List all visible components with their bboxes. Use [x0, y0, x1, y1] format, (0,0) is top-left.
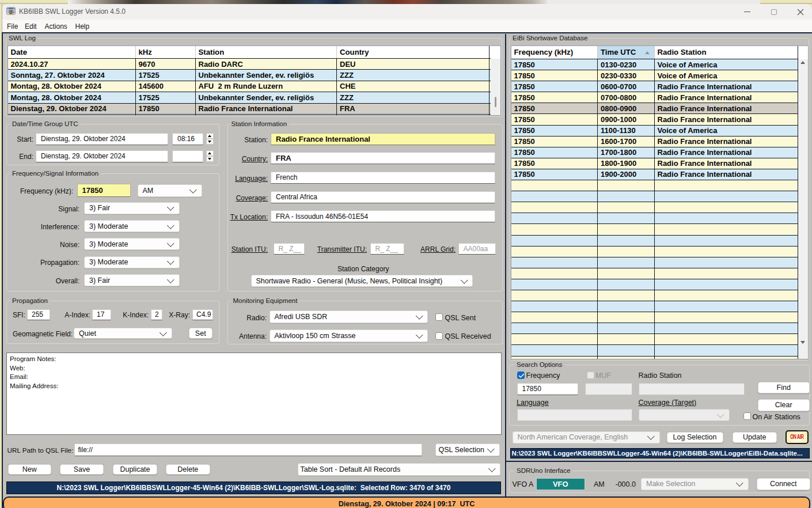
column-header-radio-station[interactable]: Radio Station [655, 46, 798, 59]
scrollbar-thumb[interactable] [495, 97, 497, 107]
table-row[interactable]: 178500900-1000Radio France International [511, 114, 808, 125]
set-button[interactable]: Set [189, 328, 213, 339]
column-header-station[interactable]: Station [196, 46, 337, 58]
search-radio-station-input[interactable] [639, 383, 745, 395]
menu-edit[interactable]: Edit [25, 22, 37, 31]
swl-log-scrollbar[interactable] [491, 46, 500, 116]
frequency-input[interactable]: 17850 [77, 184, 131, 197]
program-notes-textarea[interactable]: Program Notes: Web: Email: Mailing Addre… [6, 352, 502, 435]
spinner-up-icon[interactable] [206, 133, 214, 139]
table-row[interactable]: 178500700-0800Radio France International [511, 92, 808, 103]
find-button[interactable]: Find [758, 382, 810, 394]
noise-combo[interactable]: 3) Moderate [84, 238, 180, 250]
propagation-combo[interactable]: 3) Moderate [84, 256, 180, 268]
on-air-stations-checkbox[interactable] [743, 412, 751, 420]
country-label[interactable]: Country: [230, 155, 268, 163]
spinner-down-icon[interactable] [206, 156, 214, 162]
end-time-spinner[interactable] [206, 150, 214, 162]
search-coverage-label[interactable]: Coverage (Target) [639, 399, 697, 407]
column-header-country[interactable]: Country [337, 46, 490, 58]
make-selection-combo[interactable]: Make Selection [641, 478, 749, 490]
mode-combo[interactable]: AM [138, 184, 202, 197]
antenna-combo[interactable]: Aktivloop 150 cm Strasse [270, 329, 428, 342]
menu-file[interactable]: File [7, 22, 18, 31]
table-row[interactable]: Dienstag, 29. Oktober 202417850Radio Fra… [8, 104, 500, 115]
table-row[interactable]: 178501600-1700Radio France International [511, 137, 808, 147]
transmitter-itu-label[interactable]: Transmitter ITU: [309, 245, 367, 253]
table-row[interactable]: 178501700-1800Radio France International [511, 147, 808, 158]
table-row[interactable]: 2024.10.279670Radio DARCDEU [8, 59, 500, 70]
new-button[interactable]: New [8, 464, 52, 475]
qsl-selection-combo[interactable]: QSL Selection [435, 443, 500, 457]
language-label[interactable]: Language: [230, 175, 268, 183]
log-selection-button[interactable]: Log Selection [667, 432, 723, 443]
tx-location-field[interactable]: FRA - Issoudun 46N56-01E54 [271, 210, 495, 222]
xray-field[interactable]: C4.9 [192, 309, 213, 320]
table-row[interactable]: 178500600-0700Radio France International [511, 81, 808, 92]
station-field[interactable]: Radio France International [271, 133, 495, 145]
minimize-button[interactable] [744, 12, 750, 13]
search-frequency-checkbox[interactable] [517, 371, 525, 379]
table-row[interactable]: Montag, 28. Oktober 202417525Unbekannter… [8, 92, 500, 103]
tx-location-label[interactable]: Tx Location: [225, 213, 268, 221]
arrl-grid-label[interactable]: ARRL Grid: [415, 245, 456, 253]
qsl-url-input[interactable]: file:// [74, 443, 423, 457]
column-header-frequency[interactable]: Frequency (kHz) [511, 46, 598, 59]
table-sort-combo[interactable]: Table Sort - Default All Records [298, 463, 501, 476]
station-itu-label[interactable]: Station ITU: [227, 245, 268, 253]
vfo-button[interactable]: VFO [536, 478, 585, 490]
update-button[interactable]: Update [733, 432, 777, 443]
scrollbar-up-icon[interactable] [800, 61, 805, 64]
table-row[interactable]: 178501800-1900Radio France International [511, 158, 808, 169]
interference-combo[interactable]: 3) Moderate [84, 220, 180, 232]
delete-button[interactable]: Delete [166, 464, 210, 475]
search-muf-checkbox[interactable] [587, 371, 594, 379]
clear-button[interactable]: Clear [758, 399, 810, 411]
search-coverage-combo[interactable] [639, 409, 730, 421]
qsl-received-checkbox[interactable] [435, 332, 443, 340]
table-row[interactable]: Sonntag, 27. Oktober 202417525Unbekannte… [8, 70, 500, 81]
end-date-field[interactable]: Dienstag, 29. Oktober 2024 [36, 150, 168, 162]
table-row[interactable]: 178500800-0900Radio France International [511, 103, 808, 114]
duplicate-button[interactable]: Duplicate [113, 464, 157, 475]
menu-actions[interactable]: Actions [45, 22, 67, 31]
a-index-field[interactable]: 17 [92, 309, 111, 320]
qsl-sent-checkbox[interactable] [435, 313, 443, 321]
start-time-spinner[interactable] [206, 133, 214, 145]
close-button[interactable] [797, 9, 804, 16]
table-row[interactable]: Montag, 28. Oktober 2024145600AFU 2 m Ru… [8, 81, 500, 92]
column-header-time-utc[interactable]: Time UTC [598, 46, 655, 59]
search-language-input[interactable] [517, 409, 632, 421]
table-row[interactable]: 178500230-0330Voice of America [511, 70, 808, 81]
scrollbar-down-icon[interactable] [800, 341, 805, 344]
table-row[interactable]: 178501100-1130Voice of America [511, 126, 808, 137]
connect-button[interactable]: Connect [757, 478, 810, 491]
spinner-up-icon[interactable] [206, 150, 214, 156]
maximize-button[interactable] [771, 9, 777, 15]
spinner-down-icon[interactable] [206, 139, 214, 145]
country-field[interactable]: FRA [271, 152, 495, 164]
start-time-field[interactable]: 08:16 [172, 133, 203, 145]
language-field[interactable]: French [271, 172, 495, 184]
transmitter-itu-field[interactable]: R_ Z__ [370, 243, 404, 255]
search-frequency-input[interactable]: 17850 [517, 383, 579, 395]
k-index-field[interactable]: 2 [151, 309, 162, 320]
search-language-label[interactable]: Language [517, 399, 549, 407]
table-row[interactable]: 178500130-0230Voice of America [511, 59, 808, 70]
eibi-scrollbar[interactable] [798, 46, 808, 359]
coverage-label[interactable]: Coverage: [230, 194, 268, 202]
station-category-combo[interactable]: Shortwave Radio - General (Music, News, … [251, 275, 473, 287]
radio-combo[interactable]: Afredi USB SDR [270, 310, 428, 323]
menu-help[interactable]: Help [75, 22, 90, 31]
search-muf-input[interactable] [585, 383, 632, 395]
geomagnetic-combo[interactable]: Quiet [74, 328, 172, 339]
sfi-field[interactable]: 255 [27, 309, 50, 320]
signal-combo[interactable]: 3) Fair [84, 202, 180, 214]
column-header-khz[interactable]: kHz [136, 46, 196, 58]
station-itu-field[interactable]: R_ Z__ [274, 243, 305, 255]
overall-combo[interactable]: 3) Fair [84, 274, 180, 286]
save-button[interactable]: Save [60, 464, 104, 475]
start-date-field[interactable]: Dienstag, 29. Oktober 2024 [36, 133, 168, 145]
table-row[interactable]: 178501900-2000Radio France International [511, 169, 808, 180]
end-time-field[interactable] [172, 150, 203, 162]
